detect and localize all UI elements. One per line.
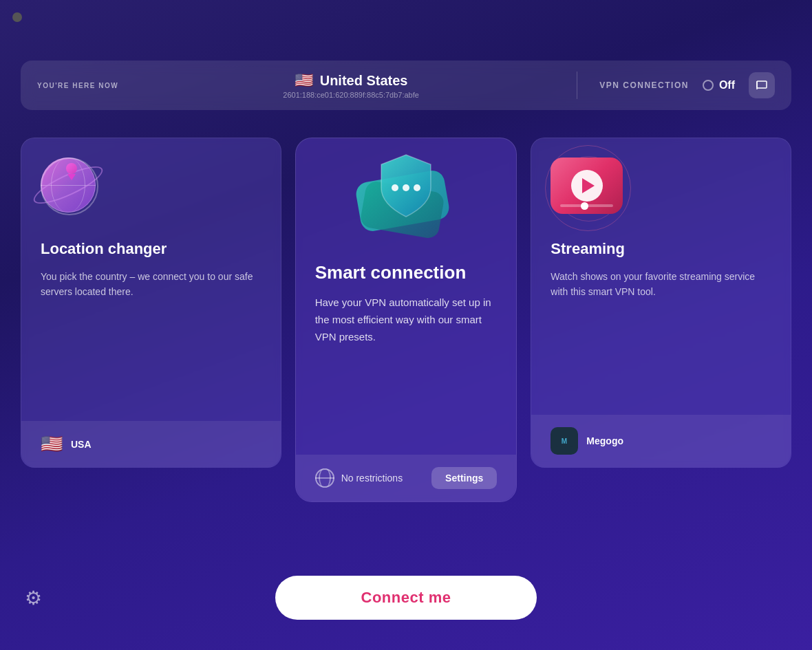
settings-gear-icon[interactable]: ⚙ <box>25 587 50 611</box>
settings-button[interactable]: Settings <box>431 467 497 489</box>
location-section: YOU'RE HERE NOW <box>37 82 147 89</box>
play-device-icon <box>551 158 626 219</box>
connect-button[interactable]: Connect me <box>275 576 537 620</box>
status-indicator <box>703 80 714 91</box>
country-display: 🇺🇸 United States <box>295 72 408 89</box>
country-name: United States <box>320 73 408 89</box>
vpn-status-section: VPN CONNECTION Off <box>599 72 775 98</box>
vpn-toggle[interactable]: Off <box>703 79 735 91</box>
location-icon-wrapper <box>41 158 261 226</box>
streaming-card[interactable]: Streaming Watch shows on your favorite s… <box>531 138 791 468</box>
megogo-icon: M <box>551 427 578 455</box>
window-close-button[interactable] <box>12 12 22 22</box>
megogo-text: Megogo <box>586 435 623 446</box>
smart-card-desc: Have your VPN automatically set up in th… <box>315 294 498 345</box>
vpn-status-text: Off <box>719 79 735 91</box>
flag-button[interactable] <box>749 72 775 98</box>
header-divider <box>577 72 577 99</box>
smart-card-footer: No restrictions Settings <box>296 455 517 501</box>
vpn-label: VPN CONNECTION <box>599 80 689 90</box>
location-card-desc: You pick the country – we connect you to… <box>41 269 261 300</box>
usa-text: USA <box>71 439 92 450</box>
smart-card-body: Smart connection Have your VPN automatic… <box>296 248 517 437</box>
globe-small-icon <box>315 468 334 488</box>
shield-wrap <box>351 145 461 255</box>
country-flag: 🇺🇸 <box>295 72 313 89</box>
no-restrictions-area: No restrictions <box>315 468 403 488</box>
ip-address: 2601:188:ce01:620:889f:88c5:7db7:abfe <box>283 91 419 99</box>
streaming-card-desc: Watch shows on your favorite streaming s… <box>551 269 771 300</box>
shield-icon <box>376 152 436 219</box>
streaming-icon-wrapper <box>551 158 771 226</box>
cards-container: Location changer You pick the country – … <box>21 138 791 502</box>
header-bar: YOU'RE HERE NOW 🇺🇸 United States 2601:18… <box>21 61 791 110</box>
svg-rect-0 <box>757 81 767 88</box>
no-restrictions-text: No restrictions <box>341 473 403 484</box>
svg-point-4 <box>414 184 420 191</box>
smart-card-title: Smart connection <box>315 262 498 283</box>
smart-icon-area <box>296 138 517 255</box>
location-card[interactable]: Location changer You pick the country – … <box>21 138 281 468</box>
svg-text:M: M <box>562 437 567 445</box>
smart-desc-wrap: Have your VPN automatically set up in th… <box>315 294 498 418</box>
streaming-card-footer: M Megogo <box>531 415 791 467</box>
svg-point-3 <box>403 184 409 191</box>
you-are-here-label: YOU'RE HERE NOW <box>37 82 147 89</box>
usa-flag: 🇺🇸 <box>41 433 63 455</box>
streaming-card-title: Streaming <box>551 240 771 258</box>
country-section: 🇺🇸 United States 2601:188:ce01:620:889f:… <box>147 72 555 99</box>
location-card-title: Location changer <box>41 240 261 258</box>
location-card-footer: 🇺🇸 USA <box>21 421 281 467</box>
globe-icon <box>41 158 103 219</box>
svg-point-2 <box>392 184 398 191</box>
smart-card[interactable]: Smart connection Have your VPN automatic… <box>295 138 517 502</box>
